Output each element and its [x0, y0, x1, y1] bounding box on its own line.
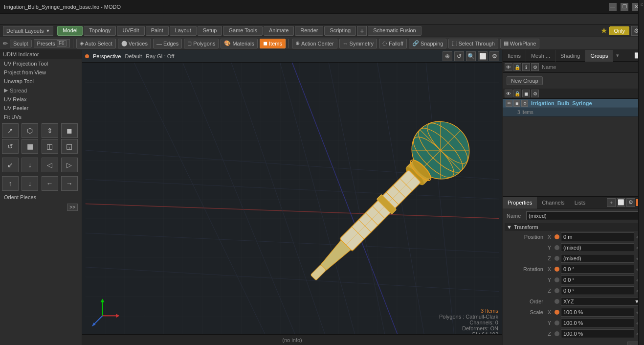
nav-left-btn[interactable]: ← [42, 176, 58, 191]
sel-tool-polygons[interactable]: ◻Polygons [184, 39, 219, 48]
eye-icon-2[interactable]: 👁 [505, 90, 512, 97]
tab-channels[interactable]: Channels [537, 197, 569, 208]
transform-section-header[interactable]: ▼ Transform [505, 223, 642, 231]
sel-tool-symmetry[interactable]: ↔Symmetry [339, 39, 378, 48]
tool-btn-5[interactable]: ↺ [2, 139, 19, 154]
tool-btn-1[interactable]: ↗ [2, 123, 19, 138]
tool-btn-7[interactable]: ◫ [42, 139, 58, 154]
viewport-frame-btn[interactable]: ⬜ [478, 51, 488, 61]
rotation-y-input[interactable] [561, 276, 634, 284]
mode-btn-model[interactable]: Model [57, 26, 83, 36]
tab-more-icon[interactable]: ▾ [613, 52, 622, 59]
tab-groups[interactable]: Groups [585, 50, 613, 62]
position-z-indicator[interactable] [555, 256, 559, 261]
sel-tool-workplane[interactable]: ▦WorkPlane [500, 39, 540, 48]
restore-button[interactable]: ❐ [621, 3, 628, 11]
new-group-button[interactable]: New Group [507, 76, 543, 85]
position-z-input[interactable] [561, 254, 634, 263]
mode-btn-uvedit[interactable]: UVEdit [117, 26, 144, 36]
scale-x-indicator[interactable] [555, 310, 559, 315]
mode-btn-setup[interactable]: Setup [198, 26, 222, 36]
scale-z-indicator[interactable] [555, 331, 559, 336]
item-name-label[interactable]: Irrigation_Bulb_Syringe [531, 100, 592, 106]
sel-tool-edges[interactable]: —Edges [153, 39, 182, 48]
info-icon[interactable]: ℹ [522, 63, 530, 71]
canvas-area[interactable]: 3 Items Polygons : Catmull-Clark Channel… [82, 63, 502, 345]
viewport-settings-btn[interactable]: ⚙ [489, 51, 499, 61]
settings-icon-2[interactable]: ⚙ [531, 90, 539, 97]
tab-shading[interactable]: Shading [555, 50, 585, 62]
order-indicator[interactable] [555, 299, 559, 304]
viewport-rotate-btn[interactable]: ↺ [454, 51, 464, 61]
viewport-perspective-label[interactable]: Perspective [93, 53, 121, 59]
unwrap-tool[interactable]: Unwrap Tool [0, 77, 82, 86]
sel-tool-materials[interactable]: 🎨Materials [221, 39, 258, 48]
arrow-btn-2[interactable]: ↓ [22, 158, 38, 172]
expand-button[interactable]: >> [67, 204, 78, 211]
mode-btn-game-tools[interactable]: Game Tools [223, 26, 263, 36]
viewport-raygl-label[interactable]: Ray GL: Off [146, 53, 174, 59]
item-row-irrigation[interactable]: 👁 ◼ ⚙ Irrigation_Bulb_Syringe [503, 99, 644, 108]
sel-tool-items[interactable]: ◼Items [260, 39, 286, 48]
scale-z-input[interactable] [561, 329, 634, 338]
rotation-x-input[interactable] [561, 265, 634, 274]
nav-down-btn[interactable]: ↓ [22, 176, 38, 191]
viewport-fit-btn[interactable]: ⊕ [443, 51, 452, 61]
position-x-indicator[interactable] [555, 234, 559, 239]
sel-tool-select_through[interactable]: ⬚Select Through [448, 39, 498, 48]
props-expand-btn[interactable]: ⬜ [617, 198, 625, 207]
mode-btn-schematic-fusion[interactable]: Schematic Fusion [368, 26, 421, 36]
scale-y-indicator[interactable] [555, 321, 559, 325]
props-add-btn[interactable]: + [607, 198, 616, 207]
item-eye-icon[interactable]: 👁 [506, 100, 512, 107]
item-gear-icon[interactable]: ⚙ [521, 100, 528, 107]
nav-right-btn[interactable]: → [61, 176, 78, 191]
settings-icon[interactable]: ⚙ [531, 63, 539, 71]
rotation-y-indicator[interactable] [555, 277, 559, 282]
rotation-x-indicator[interactable] [555, 267, 559, 272]
viewport-zoom-btn[interactable]: 🔍 [466, 51, 476, 61]
tool-btn-4[interactable]: ◼ [61, 123, 78, 138]
mode-btn-topology[interactable]: Topology [84, 26, 116, 36]
tool-btn-2[interactable]: ⬡ [22, 123, 38, 138]
nav-up-btn[interactable]: ↑ [2, 176, 19, 191]
add-mode-button[interactable]: + [357, 26, 367, 36]
star-icon[interactable]: ★ [600, 26, 607, 35]
mode-btn-render[interactable]: Render [295, 26, 323, 36]
arrow-btn-1[interactable]: ↙ [2, 158, 19, 172]
fit-uvs[interactable]: Fit UVs [0, 113, 82, 121]
order-dropdown[interactable]: XYZ ▼ [561, 297, 642, 306]
tool-btn-8[interactable]: ◱ [61, 139, 78, 154]
tab-properties[interactable]: Properties [503, 197, 537, 208]
eye-icon[interactable]: 👁 [505, 63, 512, 71]
spread-item[interactable]: ▶ Spread [0, 86, 82, 95]
lock-icon[interactable]: 🔒 [513, 63, 521, 71]
tab-lists[interactable]: Lists [570, 197, 591, 208]
box-icon[interactable]: ◼ [522, 90, 530, 97]
arrow-btn-3[interactable]: ◁ [42, 158, 58, 172]
presets-button[interactable]: Presets F6 [34, 39, 70, 47]
position-y-input[interactable] [561, 243, 634, 252]
sel-tool-vertices[interactable]: ⬤Vertices [118, 39, 151, 48]
sel-tool-action_center[interactable]: ⊕Action Center [292, 39, 337, 48]
sel-tool-auto_select[interactable]: ◈Auto Select [76, 39, 116, 48]
name-field-input[interactable] [526, 211, 640, 220]
mode-btn-scripting[interactable]: Scripting [324, 26, 356, 36]
sculpt-button[interactable]: Sculpt [10, 40, 32, 47]
rotation-z-indicator[interactable] [555, 288, 559, 293]
tool-btn-6[interactable]: ▦ [22, 139, 38, 154]
position-x-input[interactable] [561, 232, 634, 241]
uv-projection-tool[interactable]: UV Projection Tool [0, 59, 82, 68]
sel-tool-snapping[interactable]: 🔗Snapping [409, 39, 447, 48]
scale-x-input[interactable] [561, 308, 634, 317]
arrow-btn-4[interactable]: ▷ [61, 158, 78, 172]
uv-peeler[interactable]: UV Peeler [0, 104, 82, 113]
mode-btn-layout[interactable]: Layout [170, 26, 197, 36]
props-settings-btn[interactable]: ⚙ [626, 198, 635, 207]
sel-tool-falloff[interactable]: ◌Falloff [379, 39, 407, 48]
tab-mesh[interactable]: Mesh ... [526, 50, 555, 62]
tab-items[interactable]: Items [503, 50, 526, 62]
uv-relax[interactable]: UV Relax [0, 95, 82, 104]
rotation-z-input[interactable] [561, 286, 634, 295]
position-y-indicator[interactable] [555, 245, 559, 250]
